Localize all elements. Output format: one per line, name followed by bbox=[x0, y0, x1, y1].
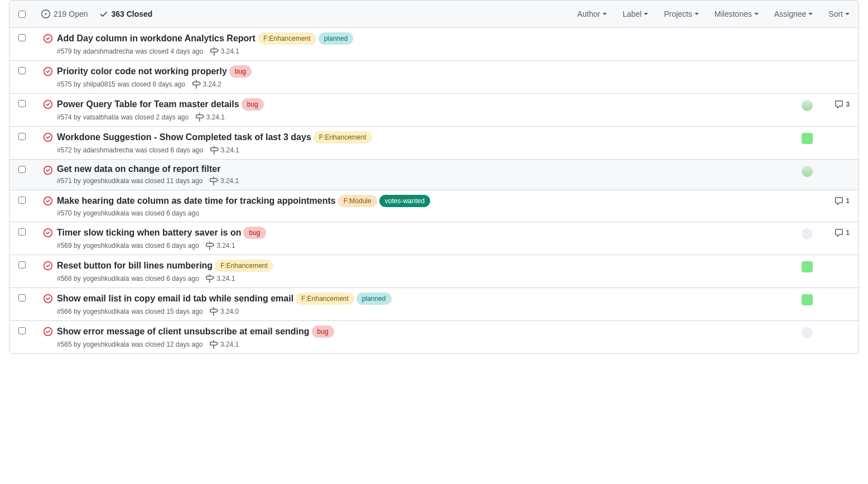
issue-label[interactable]: F:Enhancement bbox=[314, 131, 372, 143]
issue-title-link[interactable]: Reset button for bill lines numbering bbox=[57, 261, 213, 271]
issue-row: Timer slow ticking when battery saver is… bbox=[9, 222, 859, 255]
milestone-link[interactable]: 3.24.1 bbox=[220, 341, 239, 348]
issue-author-link[interactable]: yogeshkudikala bbox=[83, 242, 129, 250]
issue-row: Make hearing date column as date time fo… bbox=[9, 190, 859, 222]
milestone-icon bbox=[210, 47, 219, 56]
chevron-down-icon bbox=[644, 13, 648, 15]
issue-author-link[interactable]: vatsalbhatia bbox=[83, 113, 119, 121]
comments-link[interactable]: 1 bbox=[835, 228, 850, 237]
issue-checkbox[interactable] bbox=[18, 133, 26, 140]
filter-milestones[interactable]: Milestones bbox=[715, 9, 759, 18]
milestone-icon bbox=[209, 176, 218, 185]
issue-closed-icon bbox=[44, 133, 52, 142]
issue-checkbox[interactable] bbox=[18, 327, 26, 334]
issue-checkbox[interactable] bbox=[18, 67, 26, 74]
issue-author-link[interactable]: yogeshkudikala bbox=[83, 177, 129, 185]
assignee-avatar[interactable] bbox=[802, 261, 813, 272]
issue-label[interactable]: planned bbox=[319, 32, 354, 45]
issue-meta: #575 by shilpa0815 was closed 8 days ago… bbox=[57, 80, 779, 89]
issue-label[interactable]: bug bbox=[242, 98, 264, 111]
issue-checkbox[interactable] bbox=[18, 100, 26, 107]
header-left: 219 Open 363 Closed bbox=[18, 9, 157, 18]
milestone-link[interactable]: 3.24.1 bbox=[216, 275, 235, 282]
assignee-avatar[interactable] bbox=[802, 294, 813, 305]
milestone-icon bbox=[210, 146, 219, 155]
milestone-icon bbox=[205, 241, 214, 250]
comment-icon bbox=[835, 228, 843, 237]
issue-label[interactable]: bug bbox=[312, 325, 334, 338]
milestone-link[interactable]: 3.24.2 bbox=[203, 80, 221, 88]
issue-meta: #571 by yogeshkudikala was closed 11 day… bbox=[57, 176, 779, 185]
issue-meta: #570 by yogeshkudikala was closed 6 days… bbox=[57, 209, 779, 217]
assignee-avatar[interactable] bbox=[802, 228, 813, 239]
issue-author-link[interactable]: yogeshkudikala bbox=[83, 209, 129, 217]
comments-link[interactable]: 1 bbox=[835, 197, 850, 205]
filter-sort[interactable]: Sort bbox=[828, 9, 850, 18]
chevron-down-icon bbox=[754, 13, 759, 15]
milestone-icon bbox=[192, 80, 201, 89]
issue-author-link[interactable]: shilpa0815 bbox=[83, 80, 115, 88]
issue-title-link[interactable]: Workdone Suggestion - Show Completed tas… bbox=[57, 132, 311, 142]
closed-issues-toggle[interactable]: 363 Closed bbox=[95, 9, 157, 18]
issue-title-link[interactable]: Get new data on change of report filter bbox=[57, 164, 220, 174]
issue-author-link[interactable]: adarshmadrecha bbox=[83, 47, 133, 55]
issue-checkbox[interactable] bbox=[18, 294, 26, 301]
issue-label[interactable]: bug bbox=[229, 65, 252, 78]
assignee-avatar[interactable] bbox=[802, 327, 813, 338]
milestone-link[interactable]: 3.24.1 bbox=[216, 242, 235, 250]
issue-label[interactable]: F:Enhancement bbox=[215, 260, 273, 272]
issue-row: Get new data on change of report filter#… bbox=[9, 160, 859, 190]
issue-label[interactable]: F:Enhancement bbox=[296, 293, 354, 305]
issue-author-link[interactable]: adarshmadrecha bbox=[83, 146, 133, 154]
issue-label[interactable]: F:Module bbox=[338, 195, 377, 207]
issue-title-link[interactable]: Show error message of client unsubscribe… bbox=[57, 327, 310, 337]
issue-author-link[interactable]: yogeshkudikala bbox=[83, 341, 129, 348]
issue-title-link[interactable]: Show email list in copy email id tab whi… bbox=[57, 294, 293, 304]
comments-link[interactable]: 3 bbox=[835, 100, 850, 109]
issue-label[interactable]: bug bbox=[243, 227, 266, 239]
issue-title-link[interactable]: Timer slow ticking when battery saver is… bbox=[57, 228, 241, 238]
issue-checkbox[interactable] bbox=[18, 34, 26, 41]
issue-row: Show email list in copy email id tab whi… bbox=[9, 288, 859, 321]
milestone-link[interactable]: 3.24.1 bbox=[206, 113, 225, 121]
issue-label[interactable]: planned bbox=[356, 293, 392, 305]
milestone-icon bbox=[195, 113, 204, 122]
issue-title-link[interactable]: Make hearing date column as date time fo… bbox=[57, 196, 336, 206]
issue-checkbox[interactable] bbox=[18, 261, 26, 269]
issue-author-link[interactable]: yogeshkudikala bbox=[83, 308, 129, 315]
issue-row: Add Day column in workdone Analytics Rep… bbox=[9, 28, 859, 61]
issue-checkbox[interactable] bbox=[18, 166, 26, 173]
issue-title-link[interactable]: Add Day column in workdone Analytics Rep… bbox=[57, 33, 255, 44]
assignee-avatar[interactable] bbox=[802, 100, 813, 111]
issue-meta: #566 by yogeshkudikala was closed 15 day… bbox=[57, 307, 779, 316]
issue-title-link[interactable]: Power Query Table for Team master detail… bbox=[57, 99, 239, 109]
list-header: 219 Open 363 Closed Author Label Project… bbox=[9, 1, 859, 28]
filter-projects[interactable]: Projects bbox=[664, 9, 699, 18]
issue-label[interactable]: votes-wanted bbox=[379, 195, 430, 207]
milestone-link[interactable]: 3.24.0 bbox=[220, 308, 239, 315]
chevron-down-icon bbox=[808, 13, 813, 15]
milestone-link[interactable]: 3.24.1 bbox=[220, 177, 239, 185]
issue-meta: #574 by vatsalbhatia was closed 2 days a… bbox=[57, 113, 779, 122]
milestone-link[interactable]: 3.24.1 bbox=[221, 47, 239, 55]
filter-label[interactable]: Label bbox=[623, 9, 648, 18]
select-all-checkbox[interactable] bbox=[18, 11, 26, 18]
assignee-avatar[interactable] bbox=[802, 166, 813, 177]
issue-author-link[interactable]: yogeshkudikala bbox=[83, 275, 129, 282]
issue-row: Show error message of client unsubscribe… bbox=[9, 321, 859, 353]
milestone-icon bbox=[209, 307, 218, 316]
issue-closed-icon bbox=[44, 67, 52, 76]
milestone-link[interactable]: 3.24.1 bbox=[221, 146, 239, 154]
issue-title-link[interactable]: Priority color code not working properly bbox=[57, 66, 227, 76]
filter-author[interactable]: Author bbox=[577, 9, 607, 18]
issue-label[interactable]: F:Enhancement bbox=[258, 32, 316, 45]
assignee-avatar[interactable] bbox=[802, 133, 813, 144]
issue-checkbox[interactable] bbox=[18, 197, 26, 204]
filter-assignee[interactable]: Assignee bbox=[774, 9, 813, 18]
chevron-down-icon bbox=[695, 13, 699, 15]
open-issues-toggle[interactable]: 219 Open bbox=[37, 9, 93, 18]
chevron-down-icon bbox=[845, 13, 850, 15]
issue-row: Reset button for bill lines numberingF:E… bbox=[9, 255, 859, 288]
issue-checkbox[interactable] bbox=[18, 228, 26, 236]
issues-list-container: 219 Open 363 Closed Author Label Project… bbox=[9, 0, 859, 354]
